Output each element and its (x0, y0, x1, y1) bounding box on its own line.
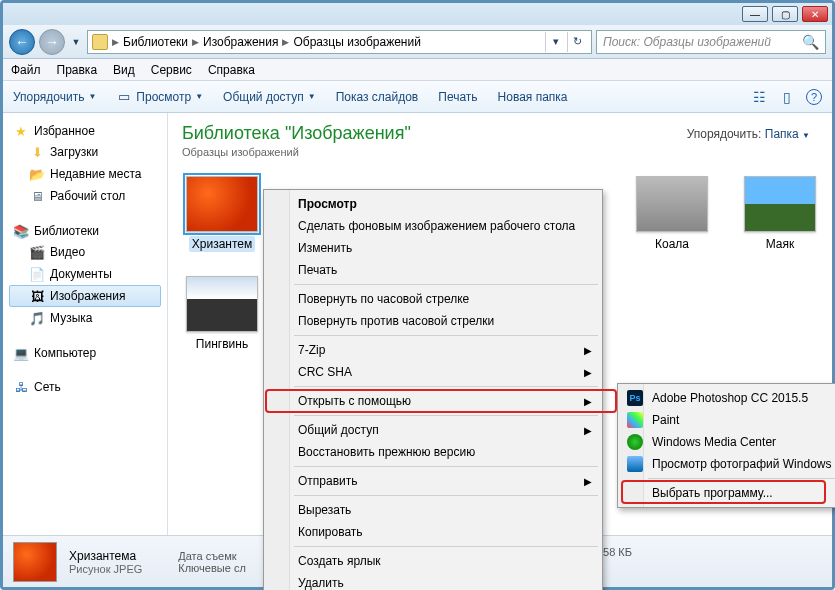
menu-edit[interactable]: Правка (57, 63, 98, 77)
slideshow-button[interactable]: Показ слайдов (336, 90, 419, 104)
sidebar-recent[interactable]: 📂Недавние места (9, 163, 161, 185)
monitor-icon: ▭ (116, 89, 132, 105)
thumbnail-image (186, 176, 258, 232)
history-dropdown[interactable]: ▼ (69, 30, 83, 54)
network-group[interactable]: 🖧Сеть (9, 377, 161, 397)
recent-icon: 📂 (29, 166, 45, 182)
photoshop-icon: Ps (627, 390, 643, 406)
context-menu-item[interactable]: Сделать фоновым изображением рабочего ст… (266, 215, 600, 237)
titlebar: — ▢ ✕ (3, 3, 832, 25)
close-button[interactable]: ✕ (802, 6, 828, 22)
navbar: ← → ▼ ▶ Библиотеки ▶ Изображения ▶ Образ… (3, 25, 832, 59)
submenu-arrow-icon: ▶ (584, 367, 592, 378)
thumbnail-image (636, 176, 708, 232)
search-placeholder: Поиск: Образцы изображений (603, 35, 771, 49)
help-button[interactable]: ? (806, 89, 822, 105)
submenu-arrow-icon: ▶ (584, 345, 592, 356)
submenu-arrow-icon: ▶ (584, 396, 592, 407)
context-menu-item[interactable]: 7-Zip▶ (266, 339, 600, 361)
downloads-icon: ⬇ (29, 144, 45, 160)
thumbnail-image (744, 176, 816, 232)
maximize-button[interactable]: ▢ (772, 6, 798, 22)
minimize-button[interactable]: — (742, 6, 768, 22)
context-menu-item[interactable]: CRC SHA▶ (266, 361, 600, 383)
details-type: Рисунок JPEG (69, 563, 142, 575)
submenu-item[interactable]: Windows Media Center (620, 431, 835, 453)
context-menu-item[interactable]: Открыть с помощью▶ (266, 390, 600, 412)
thumbnail-label: Пингвинь (193, 336, 251, 352)
search-input[interactable]: Поиск: Образцы изображений 🔍 (596, 30, 826, 54)
back-button[interactable]: ← (9, 29, 35, 55)
menu-tools[interactable]: Сервис (151, 63, 192, 77)
computer-group[interactable]: 💻Компьютер (9, 343, 161, 363)
sidebar-videos[interactable]: 🎬Видео (9, 241, 161, 263)
thumbnail-image (186, 276, 258, 332)
desktop-icon: 🖥 (29, 188, 45, 204)
thumbnail-item[interactable]: Маяк (740, 176, 820, 252)
library-subtitle: Образцы изображений (182, 146, 818, 158)
star-icon: ★ (13, 123, 29, 139)
context-menu-item[interactable]: Восстановить прежнюю версию (266, 441, 600, 463)
context-menu-item[interactable]: Копировать (266, 521, 600, 543)
address-bar[interactable]: ▶ Библиотеки ▶ Изображения ▶ Образцы изо… (87, 30, 592, 54)
libraries-group[interactable]: 📚Библиотеки (9, 221, 161, 241)
video-icon: 🎬 (29, 244, 45, 260)
context-menu-item[interactable]: Удалить (266, 572, 600, 590)
search-icon[interactable]: 🔍 (802, 34, 819, 50)
context-menu-item[interactable]: Печать (266, 259, 600, 281)
network-icon: 🖧 (13, 379, 29, 395)
thumbnail-label: Маяк (763, 236, 798, 252)
favorites-group[interactable]: ★Избранное (9, 121, 161, 141)
context-menu-item[interactable]: Повернуть по часовой стрелке (266, 288, 600, 310)
breadcrumb-2[interactable]: Образцы изображений (293, 35, 420, 49)
music-icon: 🎵 (29, 310, 45, 326)
context-menu-item[interactable]: Создать ярлык (266, 550, 600, 572)
context-menu-item[interactable]: Просмотр (266, 193, 600, 215)
sort-control[interactable]: Упорядочить: Папка ▼ (687, 127, 810, 141)
thumbnail-item[interactable]: Хризантем (182, 176, 262, 252)
context-menu-item[interactable]: Вырезать (266, 499, 600, 521)
context-menu-item[interactable]: Отправить▶ (266, 470, 600, 492)
print-button[interactable]: Печать (438, 90, 477, 104)
submenu-item[interactable]: Выбрать программу... (620, 482, 835, 504)
breadcrumb-1[interactable]: Изображения (203, 35, 278, 49)
address-dropdown[interactable]: ▾ (545, 32, 565, 52)
open-with-submenu: PsAdobe Photoshop CC 2015.5PaintWindows … (617, 383, 835, 508)
submenu-item[interactable]: Просмотр фотографий Windows (620, 453, 835, 475)
organize-button[interactable]: Упорядочить▼ (13, 90, 96, 104)
computer-icon: 💻 (13, 345, 29, 361)
menubar: Файл Правка Вид Сервис Справка (3, 59, 832, 81)
submenu-arrow-icon: ▶ (584, 476, 592, 487)
submenu-item[interactable]: PsAdobe Photoshop CC 2015.5 (620, 387, 835, 409)
sidebar-music[interactable]: 🎵Музыка (9, 307, 161, 329)
paint-icon (627, 412, 643, 428)
submenu-item[interactable]: Paint (620, 409, 835, 431)
refresh-button[interactable]: ↻ (567, 32, 587, 52)
breadcrumb-0[interactable]: Библиотеки (123, 35, 188, 49)
context-menu-item[interactable]: Повернуть против часовой стрелки (266, 310, 600, 332)
share-button[interactable]: Общий доступ▼ (223, 90, 316, 104)
details-keys-label: Ключевые сл (178, 562, 246, 574)
menu-view[interactable]: Вид (113, 63, 135, 77)
photo-viewer-icon (627, 456, 643, 472)
view-options-button[interactable]: ☷ (750, 88, 768, 106)
menu-help[interactable]: Справка (208, 63, 255, 77)
media-center-icon (627, 434, 643, 450)
explorer-window: — ▢ ✕ ← → ▼ ▶ Библиотеки ▶ Изображения ▶… (0, 0, 835, 590)
preview-pane-button[interactable]: ▯ (778, 88, 796, 106)
libraries-icon: 📚 (13, 223, 29, 239)
sidebar-downloads[interactable]: ⬇Загрузки (9, 141, 161, 163)
forward-button[interactable]: → (39, 29, 65, 55)
thumbnail-item[interactable]: Коала (632, 176, 712, 252)
sidebar-desktop[interactable]: 🖥Рабочий стол (9, 185, 161, 207)
context-menu-item[interactable]: Общий доступ▶ (266, 419, 600, 441)
menu-file[interactable]: Файл (11, 63, 41, 77)
new-folder-button[interactable]: Новая папка (498, 90, 568, 104)
thumbnail-item[interactable]: Пингвинь (182, 276, 262, 352)
submenu-arrow-icon: ▶ (584, 425, 592, 436)
sidebar-pictures[interactable]: 🖼Изображения (9, 285, 161, 307)
context-menu-item[interactable]: Изменить (266, 237, 600, 259)
preview-button[interactable]: ▭Просмотр▼ (116, 89, 203, 105)
thumbnail-label: Хризантем (189, 236, 255, 252)
sidebar-documents[interactable]: 📄Документы (9, 263, 161, 285)
